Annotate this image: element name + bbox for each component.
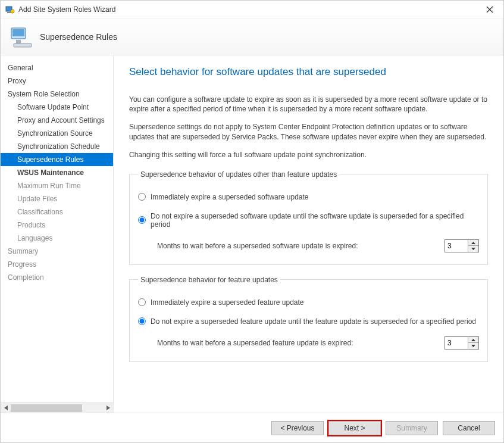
horizontal-scrollbar[interactable] — [1, 403, 113, 413]
wizard-body: GeneralProxySystem Role SelectionSoftwar… — [1, 55, 503, 413]
months-label-nonfeature: Months to wait before a superseded softw… — [157, 242, 358, 250]
svg-marker-14 — [471, 345, 475, 347]
radio-immediate-expire-label: Immediately expire a superseded software… — [151, 193, 308, 201]
spinner-up-icon[interactable] — [468, 240, 478, 247]
spinner-down-icon[interactable] — [468, 246, 478, 252]
svg-marker-10 — [107, 405, 110, 410]
step-proxy[interactable]: Proxy — [1, 74, 113, 88]
scroll-thumb[interactable] — [11, 404, 82, 412]
wizard-header: Supersedence Rules — [1, 18, 503, 55]
step-update-files[interactable]: Update Files — [1, 192, 113, 205]
months-label-feature: Months to wait before a superseded featu… — [157, 339, 353, 347]
title-bar: Add Site System Roles Wizard — [1, 1, 503, 18]
step-completion[interactable]: Completion — [1, 271, 113, 284]
spinner-up-icon[interactable] — [468, 337, 478, 344]
months-input-feature[interactable] — [445, 337, 468, 349]
group-nonfeature-legend: Supersedence behavior of updates other t… — [138, 170, 339, 179]
svg-marker-11 — [471, 242, 475, 244]
step-summary[interactable]: Summary — [1, 245, 113, 258]
scroll-right-icon[interactable] — [103, 403, 113, 413]
window-title: Add Site System Roles Wizard — [18, 5, 481, 14]
step-synchronization-source[interactable]: Synchronization Source — [1, 127, 113, 140]
step-supersedence-rules[interactable]: Supersedence Rules — [1, 153, 113, 166]
step-languages[interactable]: Languages — [1, 232, 113, 245]
svg-rect-6 — [12, 29, 24, 36]
months-input-nonfeature[interactable] — [445, 240, 468, 252]
radio-immediate-expire-input[interactable] — [138, 193, 146, 201]
step-system-role-selection[interactable]: System Role Selection — [1, 88, 113, 101]
wizard-window: Add Site System Roles Wizard Supersedenc… — [0, 0, 504, 443]
step-general[interactable]: General — [1, 61, 113, 74]
sidebar: GeneralProxySystem Role SelectionSoftwar… — [1, 55, 114, 413]
step-progress[interactable]: Progress — [1, 258, 113, 271]
scroll-track[interactable] — [11, 403, 103, 413]
radio-feature-wait-period-input[interactable] — [138, 317, 146, 325]
step-list: GeneralProxySystem Role SelectionSoftwar… — [1, 55, 113, 403]
group-nonfeature-updates: Supersedence behavior of updates other t… — [129, 170, 488, 265]
radio-feature-immediate-expire-label: Immediately expire a superseded feature … — [151, 298, 304, 307]
intro-paragraph-2: Supersedence settings do not apply to Sy… — [129, 122, 488, 141]
step-products[interactable]: Products — [1, 219, 113, 232]
cancel-button[interactable]: Cancel — [443, 421, 495, 435]
scroll-left-icon[interactable] — [1, 403, 11, 413]
svg-marker-9 — [4, 405, 8, 410]
radio-feature-immediate-expire[interactable]: Immediately expire a superseded feature … — [138, 298, 479, 307]
svg-marker-12 — [471, 248, 475, 250]
radio-feature-wait-period[interactable]: Do not expire a superseded feature updat… — [138, 317, 479, 326]
intro-paragraph-3: Changing this setting will force a full … — [129, 150, 488, 160]
main-panel: Select behavior for software updates tha… — [114, 55, 503, 413]
radio-feature-wait-period-label: Do not expire a superseded feature updat… — [151, 317, 476, 326]
radio-feature-immediate-expire-input[interactable] — [138, 298, 146, 306]
months-row-nonfeature: Months to wait before a superseded softw… — [138, 239, 479, 252]
months-row-feature: Months to wait before a superseded featu… — [138, 336, 479, 350]
svg-rect-7 — [16, 40, 21, 43]
spinner-down-icon[interactable] — [468, 343, 478, 349]
step-software-update-point[interactable]: Software Update Point — [1, 101, 113, 114]
group-feature-legend: Supersedence behavior for feature update… — [138, 276, 280, 284]
months-spinner-feature[interactable] — [444, 336, 479, 350]
step-classifications[interactable]: Classifications — [1, 205, 113, 219]
header-title: Supersedence Rules — [40, 32, 117, 42]
computer-icon — [9, 24, 34, 49]
summary-button: Summary — [386, 421, 438, 435]
step-proxy-and-account-settings[interactable]: Proxy and Account Settings — [1, 114, 113, 127]
svg-marker-13 — [471, 339, 475, 341]
previous-button[interactable]: < Previous — [271, 421, 324, 435]
step-maximum-run-time[interactable]: Maximum Run Time — [1, 179, 113, 192]
radio-wait-period[interactable]: Do not expire a superseded software upda… — [138, 212, 479, 229]
radio-wait-period-input[interactable] — [138, 216, 146, 224]
months-spinner-nonfeature[interactable] — [444, 239, 479, 252]
page-title: Select behavior for software updates tha… — [129, 66, 488, 78]
radio-immediate-expire[interactable]: Immediately expire a superseded software… — [138, 193, 479, 201]
close-button[interactable] — [481, 1, 499, 18]
svg-rect-8 — [14, 43, 32, 47]
step-synchronization-schedule[interactable]: Synchronization Schedule — [1, 140, 113, 153]
app-icon — [5, 5, 15, 14]
radio-wait-period-label: Do not expire a superseded software upda… — [151, 212, 479, 229]
step-wsus-maintenance[interactable]: WSUS Maintenance — [1, 166, 113, 179]
svg-point-2 — [11, 10, 14, 13]
wizard-footer: < Previous Next > Summary Cancel — [1, 413, 503, 442]
svg-rect-1 — [7, 12, 11, 13]
next-button[interactable]: Next > — [328, 421, 381, 435]
intro-paragraph-1: You can configure a software update to e… — [129, 95, 488, 114]
group-feature-updates: Supersedence behavior for feature update… — [129, 276, 488, 362]
